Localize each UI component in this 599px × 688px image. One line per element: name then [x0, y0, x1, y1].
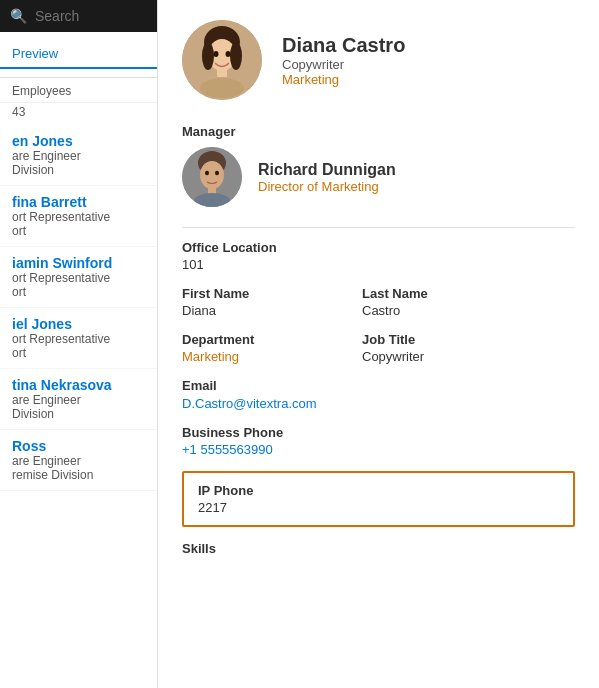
job-title-block: Job Title Copywriter — [362, 332, 502, 364]
last-name-block: Last Name Castro — [362, 286, 502, 318]
business-phone-label: Business Phone — [182, 425, 322, 440]
main-content: Diana Castro Copywriter Marketing Manage… — [158, 0, 599, 688]
svg-point-12 — [205, 171, 209, 175]
name-row: First Name Diana Last Name Castro — [182, 286, 575, 318]
employee-name: fina Barrett — [12, 194, 145, 210]
profile-info: Diana Castro Copywriter Marketing — [282, 34, 405, 87]
svg-point-8 — [200, 78, 244, 98]
ip-phone-section: IP Phone 2217 — [182, 471, 575, 527]
employee-dept: Division — [12, 163, 145, 177]
ip-phone-value: 2217 — [198, 500, 559, 515]
department-block: Department Marketing — [182, 332, 322, 364]
office-location-row: Office Location 101 — [182, 240, 575, 272]
sidebar-nav-preview[interactable]: Preview — [0, 40, 157, 69]
department-label: Department — [182, 332, 322, 347]
skills-label: Skills — [182, 541, 575, 556]
list-item[interactable]: en Jones are Engineer Division — [0, 125, 157, 186]
employee-name: iel Jones — [12, 316, 145, 332]
sidebar-employees: en Jones are Engineer Division fina Barr… — [0, 125, 157, 688]
profile-name: Diana Castro — [282, 34, 405, 57]
profile-header: Diana Castro Copywriter Marketing — [182, 20, 575, 100]
employee-name: Ross — [12, 438, 145, 454]
svg-point-11 — [200, 161, 224, 189]
svg-point-6 — [226, 51, 231, 57]
employee-dept: ort — [12, 285, 145, 299]
employee-dept: remise Division — [12, 468, 145, 482]
search-bar: 🔍 — [0, 0, 157, 32]
office-location-label: Office Location — [182, 240, 322, 255]
email-link[interactable]: D.Castro@vitextra.com — [182, 396, 317, 411]
svg-point-13 — [215, 171, 219, 175]
sidebar-section-label: Employees — [0, 78, 157, 103]
employee-dept: Division — [12, 407, 145, 421]
dept-row: Department Marketing Job Title Copywrite… — [182, 332, 575, 364]
svg-point-3 — [202, 42, 214, 70]
list-item[interactable]: Ross are Engineer remise Division — [0, 430, 157, 491]
office-location-block: Office Location 101 — [182, 240, 322, 272]
first-name-block: First Name Diana — [182, 286, 322, 318]
search-input[interactable] — [35, 8, 147, 24]
last-name-value: Castro — [362, 303, 502, 318]
business-phone-block: Business Phone +1 5555563990 — [182, 425, 322, 457]
svg-point-5 — [214, 51, 219, 57]
list-item[interactable]: tina Nekrasova are Engineer Division — [0, 369, 157, 430]
employee-name: tina Nekrasova — [12, 377, 145, 393]
profile-role: Copywriter — [282, 57, 405, 72]
manager-title: Director of Marketing — [258, 179, 396, 194]
list-item[interactable]: fina Barrett ort Representative ort — [0, 186, 157, 247]
svg-point-4 — [230, 42, 242, 70]
divider — [182, 227, 575, 228]
profile-dept: Marketing — [282, 72, 405, 87]
manager-section-label: Manager — [182, 124, 575, 139]
employee-role: ort Representative — [12, 210, 145, 224]
employee-role: ort Representative — [12, 332, 145, 346]
search-icon: 🔍 — [10, 8, 27, 24]
first-name-value: Diana — [182, 303, 322, 318]
employee-role: are Engineer — [12, 393, 145, 407]
svg-rect-14 — [208, 187, 216, 194]
first-name-label: First Name — [182, 286, 322, 301]
sidebar: 🔍 Preview Employees 43 en Jones are Engi… — [0, 0, 158, 688]
employee-role: are Engineer — [12, 149, 145, 163]
sidebar-nav: Preview — [0, 32, 157, 78]
employee-dept: ort — [12, 224, 145, 238]
last-name-label: Last Name — [362, 286, 502, 301]
avatar — [182, 20, 262, 100]
job-title-value: Copywriter — [362, 349, 502, 364]
manager-avatar — [182, 147, 242, 207]
employee-name: en Jones — [12, 133, 145, 149]
manager-name: Richard Dunnigan — [258, 161, 396, 179]
employee-name: iamin Swinford — [12, 255, 145, 271]
manager-block: Richard Dunnigan Director of Marketing — [182, 147, 575, 207]
office-location-value: 101 — [182, 257, 322, 272]
email-block: Email D.Castro@vitextra.com — [182, 378, 322, 411]
svg-rect-7 — [217, 69, 227, 77]
employee-role: ort Representative — [12, 271, 145, 285]
manager-info: Richard Dunnigan Director of Marketing — [258, 161, 396, 194]
list-item[interactable]: iel Jones ort Representative ort — [0, 308, 157, 369]
employee-dept: ort — [12, 346, 145, 360]
email-label: Email — [182, 378, 322, 393]
sidebar-count: 43 — [0, 103, 157, 125]
job-title-label: Job Title — [362, 332, 502, 347]
business-phone-row: Business Phone +1 5555563990 — [182, 425, 575, 457]
email-row: Email D.Castro@vitextra.com — [182, 378, 575, 411]
business-phone-value[interactable]: +1 5555563990 — [182, 442, 322, 457]
list-item[interactable]: iamin Swinford ort Representative ort — [0, 247, 157, 308]
ip-phone-label: IP Phone — [198, 483, 559, 498]
employee-role: are Engineer — [12, 454, 145, 468]
department-value: Marketing — [182, 349, 322, 364]
